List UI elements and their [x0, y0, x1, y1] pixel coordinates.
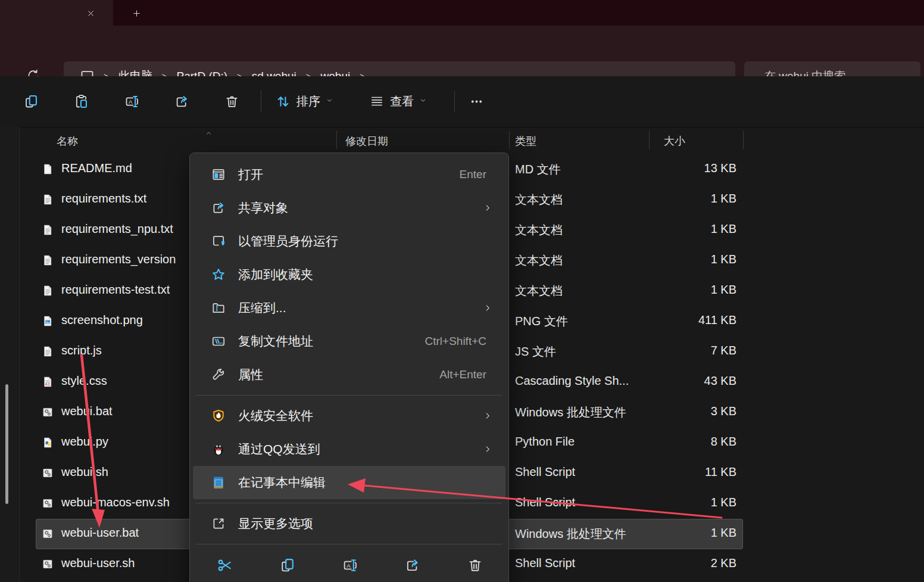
menu-item-run-as-admin[interactable]: 以管理员身份运行	[193, 225, 505, 258]
file-size: 1 KB	[711, 496, 736, 509]
column-divider[interactable]	[509, 131, 510, 149]
chevron-right-icon	[483, 444, 492, 454]
css-file-icon	[42, 375, 54, 388]
image-file-icon	[42, 315, 54, 328]
file-name: webui.py	[61, 435, 108, 449]
column-divider[interactable]	[649, 131, 650, 149]
file-size: 1 KB	[711, 222, 736, 236]
shell-file-icon	[42, 466, 54, 480]
copy-icon[interactable]	[19, 89, 43, 113]
menu-item-label: 以管理员身份运行	[238, 233, 338, 250]
nav-scrollbar[interactable]	[5, 384, 8, 504]
new-tab-icon[interactable]	[128, 5, 145, 21]
view-button[interactable]: 查看	[369, 89, 427, 113]
shell-file-icon	[42, 558, 54, 571]
file-type: Windows 批处理文件	[515, 404, 626, 421]
view-icon	[369, 94, 385, 109]
sort-label: 排序	[296, 94, 320, 110]
nav-pane-edge	[0, 127, 20, 582]
menu-shortcut: Ctrl+Shift+C	[425, 335, 486, 348]
share-icon[interactable]	[170, 89, 193, 113]
huorong-shield-icon	[211, 408, 226, 424]
file-name: script.js	[61, 344, 102, 357]
menu-item-compress-to[interactable]: 压缩到...	[193, 291, 505, 325]
column-header-row: 名称 修改日期 类型 大小	[20, 127, 924, 154]
file-name: webui-macos-env.sh	[61, 496, 170, 509]
menu-item-show-more-options[interactable]: 显示更多选项	[193, 507, 505, 540]
menu-item-label: 通过QQ发送到	[238, 441, 320, 457]
sort-button[interactable]: 排序	[275, 89, 333, 113]
column-header-name[interactable]: 名称	[57, 134, 78, 148]
chevron-down-icon	[419, 96, 427, 107]
qq-penguin-icon	[211, 441, 226, 457]
file-type: Shell Script	[515, 496, 575, 509]
batch-file-icon	[42, 527, 54, 540]
menu-separator	[196, 503, 502, 503]
tab-bar	[0, 0, 924, 26]
file-name: webui.bat	[61, 404, 113, 418]
file-type: Shell Script	[515, 556, 575, 570]
share-icon[interactable]	[400, 553, 425, 578]
run-as-admin-icon	[211, 234, 226, 249]
text-file-icon	[42, 345, 54, 358]
delete-icon[interactable]	[463, 553, 488, 578]
column-divider[interactable]	[743, 131, 744, 149]
menu-item-properties[interactable]: 属性 Alt+Enter	[193, 358, 505, 391]
sort-ascending-icon	[204, 127, 213, 139]
zip-folder-icon	[211, 300, 226, 316]
menu-item-huorong-security[interactable]: 火绒安全软件	[193, 399, 505, 432]
file-name: requirements_npu.txt	[61, 222, 173, 236]
menu-shortcut: Alt+Enter	[439, 368, 486, 381]
file-name: requirements_version	[61, 253, 176, 266]
chevron-right-icon	[483, 411, 492, 421]
copy-icon[interactable]	[275, 553, 300, 578]
menu-item-label: 共享对象	[238, 200, 288, 216]
column-header-size[interactable]: 大小	[664, 134, 685, 148]
text-file-icon	[42, 223, 54, 236]
cut-icon[interactable]	[213, 553, 238, 578]
file-type: 文本文档	[515, 192, 563, 208]
file-name: webui.sh	[61, 465, 108, 479]
column-header-modified[interactable]: 修改日期	[345, 134, 388, 148]
menu-item-label: 添加到收藏夹	[238, 266, 313, 283]
copy-path-icon	[211, 334, 226, 349]
menu-item-label: 属性	[238, 366, 263, 383]
file-size: 11 KB	[705, 465, 736, 479]
column-divider[interactable]	[336, 131, 337, 149]
file-size: 2 KB	[711, 556, 736, 570]
menu-item-open[interactable]: 打开 Enter	[193, 158, 505, 191]
file-size: 8 KB	[711, 435, 736, 449]
menu-item-copy-path[interactable]: 复制文件地址 Ctrl+Shift+C	[193, 325, 505, 358]
shell-file-icon	[42, 497, 54, 510]
explorer-tab[interactable]	[0, 0, 113, 26]
column-header-type[interactable]: 类型	[515, 134, 536, 148]
file-explorer-window: { "window": { "tab_close_icon": "x", "ne…	[0, 0, 924, 582]
menu-item-edit-in-notepad[interactable]: 在记事本中编辑	[193, 466, 505, 499]
address-row: > 此电脑 > PartD (D:) > sd.webui > webui > …	[0, 26, 924, 76]
menu-separator	[196, 395, 502, 396]
wrench-icon	[211, 367, 226, 382]
file-size: 1 KB	[711, 283, 736, 297]
file-name: webui-user.bat	[61, 526, 139, 540]
menu-item-add-to-favorites[interactable]: 添加到收藏夹	[193, 258, 505, 291]
delete-icon[interactable]	[220, 89, 244, 113]
sort-icon	[275, 94, 291, 110]
file-size: 1 KB	[711, 192, 736, 206]
file-type: PNG 文件	[515, 313, 568, 329]
menu-item-label: 显示更多选项	[238, 515, 313, 532]
menu-item-send-via-qq[interactable]: 通过QQ发送到	[193, 432, 505, 466]
rename-icon[interactable]	[338, 553, 363, 578]
file-name: requirements-test.txt	[61, 283, 170, 297]
file-size: 1 KB	[711, 526, 736, 540]
file-type: Windows 批处理文件	[515, 526, 626, 542]
file-type: Cascading Style Sh...	[515, 374, 629, 388]
close-tab-icon[interactable]	[82, 5, 99, 21]
more-icon[interactable]	[464, 89, 488, 113]
file-name: screenshot.png	[61, 313, 143, 327]
file-type: MD 文件	[515, 161, 561, 178]
paste-icon[interactable]	[69, 89, 93, 113]
menu-item-share[interactable]: 共享对象	[193, 191, 505, 225]
file-type: Shell Script	[515, 465, 575, 479]
rename-icon[interactable]	[120, 89, 143, 113]
file-type: JS 文件	[515, 344, 556, 360]
